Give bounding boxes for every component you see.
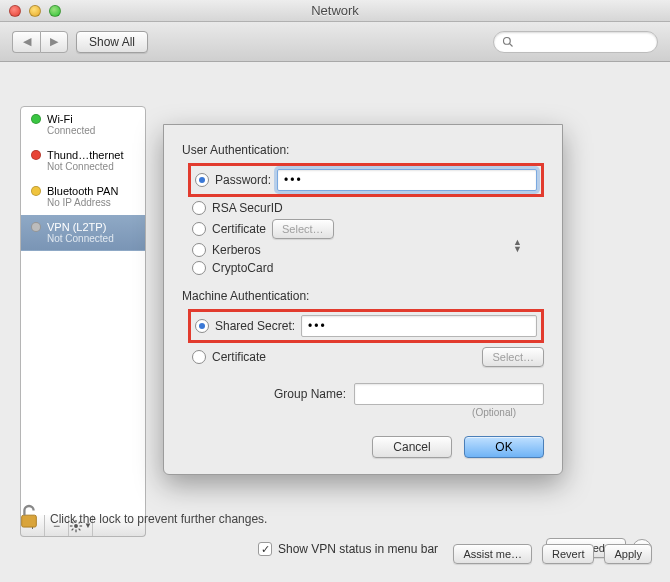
group-name-optional: (Optional)	[182, 407, 516, 418]
group-name-label: Group Name:	[274, 387, 346, 401]
user-cert-select-button: Select…	[272, 219, 334, 239]
svg-line-1	[510, 43, 513, 46]
sidebar-item-label: Wi-Fi	[47, 113, 73, 125]
crypto-label: CryptoCard	[212, 261, 273, 275]
shared-secret-highlight: Shared Secret:	[188, 309, 544, 343]
svg-rect-11	[22, 515, 37, 527]
show-vpn-status-row: ✓ Show VPN status in menu bar	[258, 542, 438, 556]
bottom-button-row: Assist me… Revert Apply	[453, 544, 652, 564]
lock-row: Click the lock to prevent further change…	[18, 503, 267, 534]
user-cert-row: Certificate Select…	[192, 219, 544, 239]
lock-text: Click the lock to prevent further change…	[50, 512, 267, 526]
machine-cert-radio[interactable]	[192, 350, 206, 364]
sidebar-item-status: No IP Address	[31, 197, 137, 208]
kerberos-radio[interactable]	[192, 243, 206, 257]
password-label: Password:	[215, 173, 271, 187]
revert-button[interactable]: Revert	[542, 544, 594, 564]
machine-auth-section-label: Machine Authentication:	[182, 289, 544, 303]
search-icon	[502, 36, 514, 48]
shared-secret-field[interactable]	[301, 315, 537, 337]
window-title: Network	[0, 3, 670, 18]
search-field[interactable]	[493, 31, 658, 53]
sheet-button-row: Cancel OK	[182, 436, 544, 458]
show-vpn-status-checkbox[interactable]: ✓	[258, 542, 272, 556]
ok-button[interactable]: OK	[464, 436, 544, 458]
rsa-radio[interactable]	[192, 201, 206, 215]
user-auth-section-label: User Authentication:	[182, 143, 544, 157]
sidebar-item-label: Thund…thernet	[47, 149, 123, 161]
forward-button[interactable]: ▶	[40, 31, 68, 53]
machine-cert-select-button: Select…	[482, 347, 544, 367]
group-name-field[interactable]	[354, 383, 544, 405]
status-dot-icon	[31, 222, 41, 232]
shared-secret-label: Shared Secret:	[215, 319, 295, 333]
status-dot-icon	[31, 114, 41, 124]
toolbar: ◀ ▶ Show All	[0, 22, 670, 62]
sidebar-item-label: VPN (L2TP)	[47, 221, 106, 233]
user-cert-label: Certificate	[212, 222, 266, 236]
machine-cert-label: Certificate	[212, 350, 266, 364]
sidebar-item-thunderbolt-ethernet[interactable]: Thund…thernet Not Connected	[21, 143, 145, 179]
status-dot-icon	[31, 150, 41, 160]
sidebar-item-wifi[interactable]: Wi-Fi Connected	[21, 107, 145, 143]
network-services-list: Wi-Fi Connected Thund…thernet Not Connec…	[20, 106, 146, 516]
kerberos-row: Kerberos	[192, 243, 544, 257]
sidebar-item-bluetooth-pan[interactable]: Bluetooth PAN No IP Address	[21, 179, 145, 215]
sidebar-item-status: Connected	[31, 125, 137, 136]
sidebar-item-label: Bluetooth PAN	[47, 185, 118, 197]
main-content: Wi-Fi Connected Thund…thernet Not Connec…	[0, 62, 670, 582]
password-highlight: Password:	[188, 163, 544, 197]
apply-button[interactable]: Apply	[604, 544, 652, 564]
sidebar-item-status: Not Connected	[31, 161, 137, 172]
status-dot-icon	[31, 186, 41, 196]
back-button[interactable]: ◀	[12, 31, 40, 53]
group-name-row: Group Name:	[182, 383, 544, 405]
sidebar-item-vpn-l2tp[interactable]: VPN (L2TP) Not Connected	[21, 215, 145, 251]
assist-me-button[interactable]: Assist me…	[453, 544, 532, 564]
authentication-sheet: User Authentication: Password: RSA Secur…	[163, 124, 563, 475]
machine-cert-row: Certificate Select…	[192, 347, 544, 367]
sidebar-item-status: Not Connected	[31, 233, 137, 244]
kerberos-label: Kerberos	[212, 243, 261, 257]
show-vpn-status-label: Show VPN status in menu bar	[278, 542, 438, 556]
nav-segment: ◀ ▶	[12, 31, 68, 53]
password-field[interactable]	[277, 169, 537, 191]
show-all-button[interactable]: Show All	[76, 31, 148, 53]
titlebar: Network	[0, 0, 670, 22]
shared-secret-radio[interactable]	[195, 319, 209, 333]
cancel-button[interactable]: Cancel	[372, 436, 452, 458]
user-cert-radio[interactable]	[192, 222, 206, 236]
crypto-radio[interactable]	[192, 261, 206, 275]
svg-point-0	[504, 37, 511, 44]
password-radio[interactable]	[195, 173, 209, 187]
rsa-row: RSA SecurID	[192, 201, 544, 215]
crypto-row: CryptoCard	[192, 261, 544, 275]
lock-icon[interactable]	[18, 503, 40, 534]
rsa-label: RSA SecurID	[212, 201, 283, 215]
